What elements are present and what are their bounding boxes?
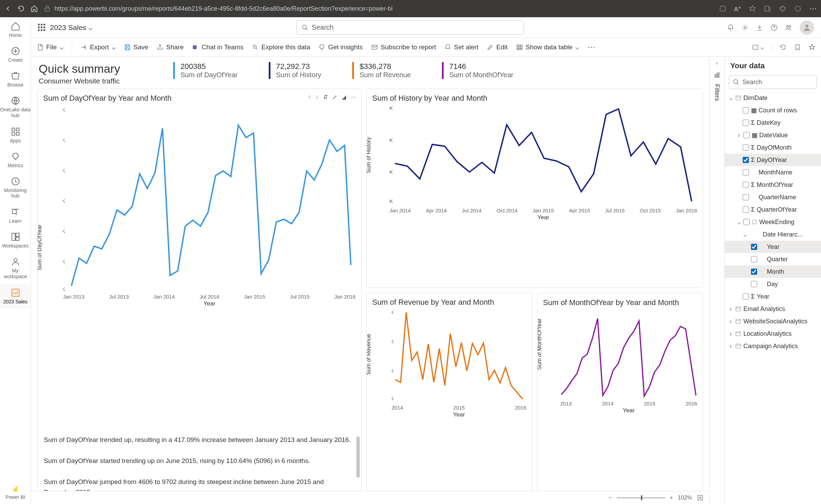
nav-apps[interactable]: Apps: [0, 123, 31, 148]
nav-home[interactable]: Home: [0, 17, 31, 42]
app-icon[interactable]: [719, 5, 726, 12]
nav-create[interactable]: Create: [0, 42, 31, 67]
field-quarterofyear[interactable]: ΣQuarterOfYear: [725, 203, 821, 216]
copilot-icon[interactable]: [794, 5, 802, 12]
url-text[interactable]: https://app.powerbi.com/groups/me/report…: [55, 5, 393, 12]
drill-icon[interactable]: ⇵: [323, 94, 328, 100]
field-day[interactable]: Day: [725, 278, 821, 290]
zoom-out[interactable]: −: [609, 495, 612, 501]
svg-point-55: [734, 80, 738, 84]
nav-myworkspace[interactable]: My workspace: [0, 253, 31, 284]
lock-icon: [43, 5, 51, 12]
people-icon[interactable]: [785, 24, 792, 31]
bell-icon[interactable]: [727, 24, 734, 31]
nav-learn[interactable]: Learn: [0, 203, 31, 228]
text-size[interactable]: A»: [734, 4, 741, 13]
avatar[interactable]: [800, 20, 814, 35]
field-datehier[interactable]: ⌵Date Hierarc...: [725, 228, 821, 241]
download-icon[interactable]: [756, 24, 763, 31]
field-year[interactable]: Year: [725, 241, 821, 253]
search-icon: [301, 24, 308, 31]
bookmark-icon[interactable]: [794, 44, 801, 51]
refresh-visual-icon[interactable]: [780, 44, 787, 51]
chart-revenue[interactable]: Sum of Revenue by Year and Month Sum of …: [366, 293, 532, 492]
edit-button[interactable]: Edit: [487, 43, 508, 51]
insights-button[interactable]: Get insights: [318, 43, 363, 51]
help-icon[interactable]: [771, 24, 778, 31]
fit-page-icon[interactable]: [697, 494, 704, 501]
alert-button[interactable]: Set alert: [444, 43, 478, 51]
report-canvas: Quick summary Consumer Website traffic 2…: [31, 57, 709, 504]
svg-text:$0K: $0K: [392, 396, 394, 401]
file-menu[interactable]: File⌵: [37, 43, 63, 51]
table-location[interactable]: ›LocationAnalytics: [725, 327, 821, 340]
collections-icon[interactable]: [764, 5, 771, 12]
svg-rect-1: [720, 6, 725, 11]
back-icon[interactable]: [4, 5, 12, 12]
kpi-revenue[interactable]: $336,278Sum of Revenue: [352, 62, 411, 79]
more-icon[interactable]: ⋯: [351, 94, 356, 100]
svg-point-20: [744, 27, 746, 28]
gear-icon[interactable]: [742, 24, 749, 31]
sort-asc-icon[interactable]: ↑: [308, 94, 311, 100]
table-website[interactable]: ›WebsiteSocialAnalytics: [725, 315, 821, 327]
svg-text:$30K: $30K: [392, 310, 394, 315]
table-dimdate[interactable]: ⌵DimDate: [725, 92, 821, 104]
app-launcher-icon[interactable]: [38, 24, 45, 31]
share-button[interactable]: Share: [157, 43, 184, 51]
workspace-name[interactable]: 2023 Sales ⌵: [50, 23, 93, 32]
filters-pane-collapsed[interactable]: ‹ Filters: [709, 57, 724, 504]
field-quartername[interactable]: QuarterName: [725, 191, 821, 203]
field-monthofyear[interactable]: ΣMonthOfYear: [725, 179, 821, 191]
home-icon[interactable]: [30, 5, 38, 12]
more-icon[interactable]: ⋯: [809, 4, 817, 13]
svg-point-3: [795, 6, 801, 11]
data-search[interactable]: Search: [729, 75, 817, 89]
field-year2[interactable]: ΣYear: [725, 290, 821, 303]
zoom-in[interactable]: +: [670, 495, 673, 501]
field-month[interactable]: Month: [725, 265, 821, 278]
kpi-dayofyear[interactable]: 200385Sum of DayOfYear: [173, 62, 238, 79]
star-icon[interactable]: [749, 5, 756, 12]
spotlight-icon[interactable]: ◢: [342, 94, 346, 100]
explore-button[interactable]: Explore this data: [252, 43, 310, 51]
export-menu[interactable]: Export⌵: [80, 43, 116, 51]
nav-monitoring[interactable]: Monitoring hub: [0, 172, 31, 203]
nav-2023sales[interactable]: 2023 Sales: [0, 284, 31, 309]
chart-monthofyear[interactable]: Sum of MonthOfYear by Year and Month Sum…: [537, 293, 703, 492]
extensions-icon[interactable]: [779, 5, 787, 12]
svg-text:8K: 8K: [63, 168, 65, 173]
chart-history[interactable]: Sum of History by Year and Month Sum of …: [366, 89, 703, 288]
table-campaign[interactable]: ›Campaign Analytics: [725, 340, 821, 352]
global-search[interactable]: Search: [296, 20, 524, 35]
kpi-history[interactable]: 72,292.73Sum of History: [269, 62, 321, 79]
narrative-scrollbar[interactable]: [356, 436, 360, 478]
refresh-icon[interactable]: [17, 5, 25, 12]
nav-browse[interactable]: Browse: [0, 67, 31, 92]
nav-onelake[interactable]: OneLake data hub: [0, 92, 31, 123]
chart-dayofyear[interactable]: Sum of DayOfYear by Year and Month ↑ ↓ ⇵…: [37, 89, 362, 492]
expand-icon[interactable]: ⤢: [333, 94, 337, 100]
ribbon-overflow[interactable]: ⋯: [587, 43, 595, 52]
field-dayofmonth[interactable]: ΣDayOfMonth: [725, 141, 821, 154]
field-quarter[interactable]: Quarter: [725, 253, 821, 265]
table-email[interactable]: ›Email Analytics: [725, 303, 821, 315]
field-dayofyear[interactable]: ΣDayOfYear: [725, 154, 821, 166]
field-weekending[interactable]: ⌵WeekEnding: [725, 216, 821, 228]
sort-desc-icon[interactable]: ↓: [316, 94, 318, 100]
chart-panel-icon[interactable]: [714, 72, 721, 79]
chat-teams-button[interactable]: TChat in Teams: [192, 43, 244, 51]
field-datekey[interactable]: ΣDateKey: [725, 117, 821, 129]
field-monthname[interactable]: MonthName: [725, 166, 821, 179]
nav-workspaces[interactable]: Workspaces: [0, 228, 31, 253]
save-button[interactable]: Save: [124, 43, 148, 51]
collapse-icon[interactable]: ‹: [716, 60, 718, 66]
kpi-monthofyear[interactable]: 7146Sum of MonthOfYear: [442, 62, 513, 79]
datatable-button[interactable]: Show data table⌵: [516, 43, 579, 51]
subscribe-button[interactable]: Subscribe to report: [371, 43, 436, 51]
view-mode[interactable]: ⌵: [752, 43, 764, 51]
nav-metrics[interactable]: Metrics: [0, 148, 31, 172]
field-datevalue[interactable]: ›▦DateValue: [725, 129, 821, 141]
field-count[interactable]: ▦Count of rows: [725, 104, 821, 117]
favorite-icon[interactable]: [809, 44, 815, 51]
